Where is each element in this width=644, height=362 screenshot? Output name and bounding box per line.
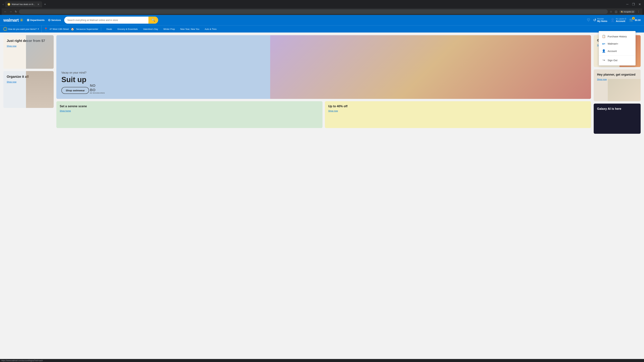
- back-button[interactable]: ←: [3, 9, 8, 14]
- store-home-icon: 🏠: [71, 27, 74, 31]
- incognito-icon: 🕵: [621, 10, 623, 13]
- decor-card: Just right decor from $7 Shop now: [3, 35, 54, 69]
- bookmark-icon[interactable]: ☆: [609, 9, 613, 14]
- hero-brand-logo: NOBO NO BOUNDARIES: [90, 83, 105, 94]
- services-label: Services: [51, 19, 61, 21]
- delivery-chevron-icon: ▾: [38, 28, 39, 30]
- swimwear-image: [270, 35, 591, 99]
- sign-out-label: Sign Out: [608, 59, 617, 62]
- departments-nav[interactable]: ⊞ Departments: [27, 18, 44, 22]
- sign-out-icon: ↪: [602, 58, 606, 62]
- window-controls: ─ ❐ ✕: [625, 2, 642, 6]
- subnav-new-year[interactable]: New Year, New You: [178, 26, 202, 32]
- reorder-button[interactable]: ↺ Reorder My Items: [593, 18, 607, 22]
- url-input[interactable]: walmart.com: [19, 9, 608, 14]
- sub-nav: ✓ How do you want your items? ▾ 📍 47 Wes…: [0, 25, 644, 32]
- planner-image: [608, 79, 641, 101]
- reorder-text: Reorder My Items: [597, 18, 607, 22]
- reload-button[interactable]: ↻: [14, 9, 18, 14]
- browser-chrome: ‹ W Walmart has deals on the most... ✕ +…: [0, 0, 644, 15]
- purchase-history-label: Purchase History: [608, 35, 627, 38]
- tab-favicon: W: [8, 3, 10, 6]
- search-button[interactable]: 🔍: [148, 16, 158, 24]
- delivery-selector[interactable]: ✓ How do you want your items? ▾: [3, 25, 42, 32]
- tab-close-button[interactable]: ✕: [37, 3, 40, 6]
- minimize-button[interactable]: ─: [625, 2, 630, 6]
- location-info: 📍 47 West 13th Street 🏠 Secaucus Superce…: [44, 27, 101, 31]
- heart-icon: ♡: [587, 18, 590, 22]
- sale-card: Up to 40% off Shop now: [325, 101, 591, 128]
- services-icon: ⊙: [48, 18, 50, 22]
- organize-shop-link[interactable]: Shop now: [7, 81, 16, 83]
- address-actions: ☆ ◫ 🕵 Incognito (2) ⋮: [609, 9, 641, 14]
- wishlist-button[interactable]: ♡: [587, 18, 590, 22]
- planner-shop-link[interactable]: Shop now: [597, 78, 607, 81]
- address-bar: ← → ↻ walmart.com ☆ ◫ 🕵 Incognito (2) ⋮: [2, 8, 642, 15]
- dropdown-divider: [599, 55, 636, 56]
- account-menu-label: Account: [608, 50, 617, 52]
- hero-cta-button[interactable]: Shop swimwear: [62, 87, 89, 94]
- dropdown-sign-out[interactable]: ↪ Sign Out: [599, 56, 636, 64]
- walmart-plus-label: Walmart+: [608, 42, 618, 45]
- search-input[interactable]: [64, 17, 148, 23]
- account-icon: 👤: [610, 18, 615, 22]
- dropdown-walmart-plus[interactable]: w+ Walmart+: [599, 40, 636, 47]
- walmart-logo-text: walmart: [3, 17, 18, 23]
- galaxy-card: Galaxy AI is here: [594, 104, 641, 134]
- sale-title: Up to 40% off: [328, 105, 588, 108]
- maximize-button[interactable]: ❐: [631, 2, 636, 6]
- tab-bar: ‹ W Walmart has deals on the most... ✕ +…: [2, 1, 642, 7]
- search-bar: 🔍: [64, 16, 158, 24]
- serene-card: Set a serene scene Shop home: [56, 101, 322, 128]
- walmart-header: walmart ✳ ⊞ Departments ⊙ Services 🔍 ♡ ↺…: [0, 15, 644, 25]
- subnav-grocery[interactable]: Grocery & Essentials: [115, 26, 140, 32]
- planner-title: Hey planner, get organized: [597, 73, 637, 77]
- account-button[interactable]: 👤 Hi, Lauren D Account: [610, 18, 626, 22]
- departments-icon: ⊞: [27, 18, 29, 22]
- subnav-auto[interactable]: Auto & Tires: [202, 26, 219, 32]
- extensions-icon[interactable]: ◫: [614, 9, 618, 14]
- decor-shop-link[interactable]: Shop now: [7, 45, 16, 47]
- subnav-winter-prep[interactable]: Winter Prep: [161, 26, 178, 32]
- serene-shop-link[interactable]: Shop home: [60, 110, 71, 112]
- cart-price: $0.00: [635, 19, 641, 21]
- account-greeting: Hi, Lauren D: [616, 18, 626, 20]
- incognito-badge[interactable]: 🕵 Incognito (2): [619, 10, 635, 13]
- tab-back-arrow[interactable]: ‹: [2, 2, 4, 6]
- forward-button[interactable]: →: [9, 9, 13, 14]
- organize-image: [26, 71, 54, 108]
- subnav-deals[interactable]: Deals: [104, 26, 115, 32]
- bottom-cards: Set a serene scene Shop home Up to 40% o…: [56, 101, 591, 128]
- subnav-valentines[interactable]: Valentine's Day: [140, 26, 161, 32]
- dropdown-purchase-history[interactable]: 📋 Purchase History: [599, 32, 636, 40]
- close-button[interactable]: ✕: [637, 2, 642, 6]
- account-label: Account: [616, 20, 626, 22]
- reorder-icon: ↺: [593, 18, 596, 22]
- account-text: Hi, Lauren D Account: [616, 18, 626, 22]
- active-tab[interactable]: W Walmart has deals on the most... ✕: [5, 1, 42, 7]
- new-tab-button[interactable]: +: [43, 2, 47, 7]
- planner-card: Hey planner, get organized Shop now: [594, 69, 641, 101]
- delivery-icon: ✓: [3, 27, 7, 31]
- location-pin-icon: 📍: [44, 27, 48, 31]
- account-dropdown-menu: 📋 Purchase History w+ Walmart+ 👤 Account…: [599, 31, 636, 65]
- header-actions: ♡ ↺ Reorder My Items 👤 Hi, Lauren D Acco…: [587, 18, 641, 22]
- store-text: Secaucus Supercenter: [76, 28, 98, 30]
- reorder-bottom: My Items: [597, 20, 607, 22]
- services-nav[interactable]: ⊙ Services: [48, 18, 61, 22]
- hero-card: Vacay on your mind? Suit up Shop swimwea…: [56, 35, 591, 99]
- subnav-links: Deals Grocery & Essentials Valentine's D…: [104, 26, 219, 32]
- organize-card: Organize it all Shop now: [3, 71, 54, 108]
- left-column: Just right decor from $7 Shop now Organi…: [3, 35, 54, 134]
- decor-image: [26, 35, 54, 69]
- main-content: Just right decor from $7 Shop now Organi…: [0, 32, 644, 136]
- departments-label: Departments: [30, 19, 44, 21]
- menu-icon[interactable]: ⋮: [636, 9, 641, 14]
- account-menu-icon: 👤: [602, 49, 606, 53]
- walmart-logo[interactable]: walmart ✳: [3, 17, 24, 23]
- cart-button[interactable]: 🛒 0 $0.00: [629, 18, 641, 22]
- dropdown-account[interactable]: 👤 Account: [599, 47, 636, 55]
- delivery-text: How do you want your items?: [8, 28, 37, 30]
- sale-shop-link[interactable]: Shop now: [328, 110, 338, 112]
- serene-title: Set a serene scene: [60, 105, 319, 108]
